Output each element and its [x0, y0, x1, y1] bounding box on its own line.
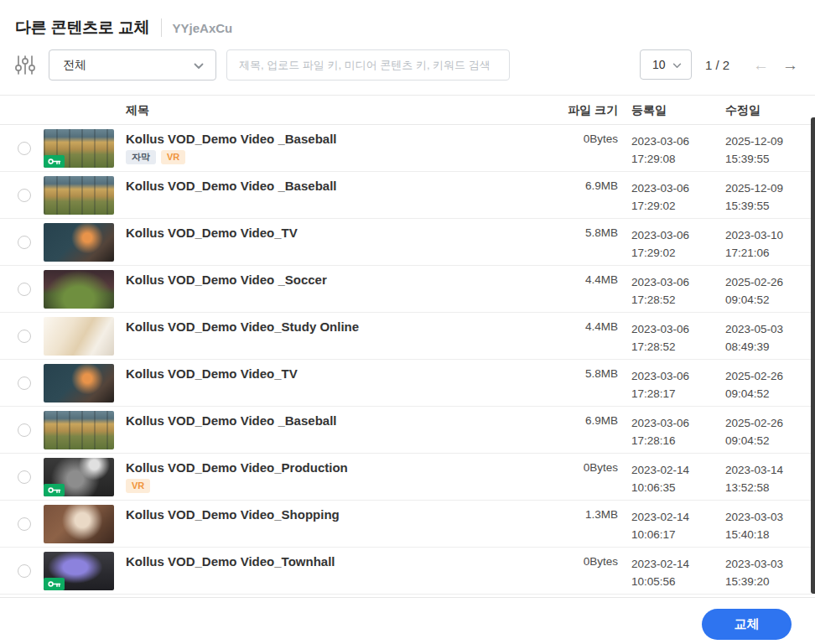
created-datetime: 2023-02-14 10:05:56: [631, 555, 689, 590]
created-datetime: 2023-02-14 10:06:17: [631, 508, 689, 543]
column-header-size: 파일 크기: [520, 96, 618, 126]
thumbnail: [44, 505, 114, 543]
modified-datetime: 2023-05-03 08:49:39: [725, 320, 783, 356]
created-datetime: 2023-03-06 17:28:52: [631, 320, 689, 356]
page-size-value: 10: [652, 58, 666, 71]
table-row[interactable]: Kollus VOD_Demo Video_TV 5.8MB 2023-03-0…: [0, 219, 815, 266]
header-divider: [161, 18, 162, 37]
file-size: 6.9MB: [520, 414, 618, 427]
row-radio[interactable]: [18, 377, 31, 390]
search-box: [226, 49, 510, 80]
thumbnail: [44, 364, 114, 402]
column-header-modified: 수정일: [725, 96, 760, 126]
row-radio[interactable]: [18, 283, 31, 296]
row-radio[interactable]: [18, 517, 31, 531]
created-datetime: 2023-03-06 17:28:17: [631, 367, 689, 402]
video-title: Kollus VOD_Demo Video_Production: [126, 460, 348, 475]
scrollbar-thumb[interactable]: [811, 117, 815, 594]
key-icon: [48, 486, 61, 494]
video-title: Kollus VOD_Demo Video_TV: [126, 226, 298, 240]
category-select[interactable]: 전체: [49, 49, 216, 80]
filter-sliders-icon: [14, 54, 36, 76]
badge-list: 자막VR: [126, 150, 185, 164]
row-radio[interactable]: [18, 236, 31, 249]
video-title: Kollus VOD_Demo Video _Soccer: [126, 273, 327, 287]
prev-page-button[interactable]: ←: [753, 49, 769, 80]
drm-key-badge: [44, 155, 65, 168]
file-size: 4.4MB: [520, 273, 618, 286]
vr-badge: VR: [161, 150, 185, 164]
created-datetime: 2023-03-06 17:28:52: [631, 273, 689, 309]
created-datetime: 2023-03-06 17:29:02: [631, 179, 689, 215]
thumbnail: [44, 129, 114, 168]
page-indicator: 1 / 2: [705, 49, 729, 80]
drm-key-badge: [44, 578, 65, 590]
created-datetime: 2023-03-06 17:29:02: [631, 226, 689, 262]
thumbnail: [44, 317, 114, 356]
row-radio[interactable]: [18, 564, 31, 578]
table-row[interactable]: Kollus VOD_Demo Video _Baseball 6.9MB 20…: [0, 172, 815, 219]
modified-datetime: 2023-03-10 17:21:06: [725, 226, 783, 262]
vr-badge: VR: [126, 479, 150, 493]
file-size: 1.3MB: [520, 508, 618, 521]
row-radio[interactable]: [18, 189, 31, 202]
table-header: 제목 파일 크기 등록일 수정일: [0, 95, 815, 125]
table-row[interactable]: Kollus VOD_Demo Video_Production VR 0Byt…: [0, 454, 815, 501]
created-datetime: 2023-03-06 17:29:08: [631, 132, 689, 168]
file-size: 5.8MB: [520, 226, 618, 239]
file-size: 0Bytes: [520, 555, 618, 568]
video-title: Kollus VOD_Demo Video_TV: [126, 366, 298, 381]
table-row[interactable]: Kollus VOD_Demo Video _Baseball 자막VR 0By…: [0, 125, 815, 172]
table-row[interactable]: Kollus VOD_Demo Video_Townhall 0Bytes 20…: [0, 548, 815, 595]
modified-datetime: 2025-12-09 15:39:55: [725, 132, 783, 168]
created-datetime: 2023-03-06 17:28:16: [631, 414, 689, 449]
created-datetime: 2023-02-14 10:06:35: [631, 461, 689, 496]
file-size: 4.4MB: [520, 320, 618, 333]
modified-datetime: 2023-03-03 15:39:20: [725, 555, 783, 590]
thumbnail: [44, 176, 114, 215]
media-content-key: YYjeAxCu: [173, 21, 233, 35]
modified-datetime: 2025-12-09 15:39:55: [725, 179, 783, 215]
thumbnail: [44, 552, 114, 590]
row-radio[interactable]: [18, 330, 31, 343]
column-header-title: 제목: [126, 96, 149, 126]
thumbnail: [44, 458, 114, 496]
row-radio[interactable]: [18, 423, 31, 437]
video-title: Kollus VOD_Demo Video _Baseball: [126, 132, 336, 146]
file-size: 0Bytes: [520, 461, 618, 474]
modal-footer: 교체: [0, 597, 815, 644]
page-size-select[interactable]: 10: [640, 49, 692, 80]
badge-list: VR: [126, 479, 150, 493]
modified-datetime: 2023-03-14 13:52:58: [725, 461, 783, 496]
subtitle-badge: 자막: [126, 150, 156, 164]
arrow-right-icon: →: [782, 56, 798, 75]
chevron-down-icon: [194, 58, 204, 73]
table-row[interactable]: Kollus VOD_Demo Video_TV 5.8MB 2023-03-0…: [0, 360, 815, 407]
modified-datetime: 2025-02-26 09:04:52: [725, 367, 783, 402]
replace-button[interactable]: 교체: [702, 609, 792, 640]
table-row[interactable]: Kollus VOD_Demo Video_Study Online 4.4MB…: [0, 313, 815, 360]
table-row[interactable]: Kollus VOD_Demo Video _Baseball 6.9MB 20…: [0, 407, 815, 454]
table-row[interactable]: Kollus VOD_Demo Video_Shopping 1.3MB 202…: [0, 501, 815, 548]
modified-datetime: 2023-03-03 15:40:18: [725, 508, 783, 543]
row-radio[interactable]: [18, 470, 31, 484]
table-body: Kollus VOD_Demo Video _Baseball 자막VR 0By…: [0, 125, 815, 595]
modified-datetime: 2025-02-26 09:04:52: [725, 414, 783, 449]
table-row[interactable]: Kollus VOD_Demo Video _Soccer 4.4MB 2023…: [0, 266, 815, 313]
key-icon: [48, 158, 61, 165]
key-icon: [48, 580, 61, 588]
modal-header: 다른 콘텐츠로 교체 YYjeAxCu: [0, 0, 815, 39]
arrow-left-icon: ←: [753, 56, 769, 75]
row-radio[interactable]: [18, 142, 31, 155]
search-input[interactable]: [226, 49, 510, 80]
video-title: Kollus VOD_Demo Video_Townhall: [126, 554, 335, 569]
file-size: 6.9MB: [520, 179, 618, 192]
thumbnail: [44, 270, 114, 309]
replace-content-modal: 다른 콘텐츠로 교체 YYjeAxCu 전체: [0, 0, 815, 644]
column-header-created: 등록일: [631, 96, 667, 126]
file-size: 5.8MB: [520, 367, 618, 380]
category-select-value: 전체: [63, 58, 86, 73]
next-page-button[interactable]: →: [782, 49, 798, 80]
drm-key-badge: [44, 484, 65, 496]
modified-datetime: 2025-02-26 09:04:52: [725, 273, 783, 309]
